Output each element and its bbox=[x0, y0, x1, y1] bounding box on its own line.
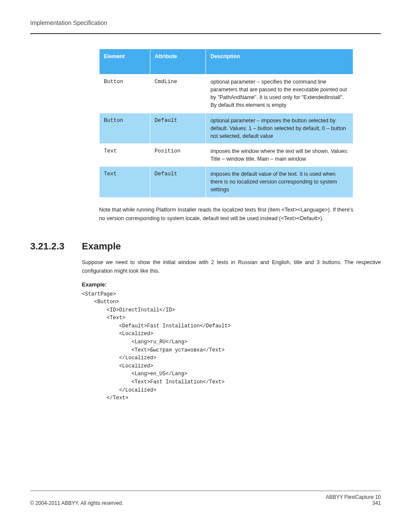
section-number: 3.21.2.3 bbox=[30, 241, 72, 252]
code-block: <StartPage> <Button> <ID>DirectInstall</… bbox=[82, 290, 381, 402]
footer-copyright: © 2004-2011 ABBYY. All rights reserved. bbox=[30, 500, 123, 506]
cell-attribute: Default bbox=[150, 113, 206, 143]
cell-description: imposes the window where the text will b… bbox=[206, 143, 353, 166]
col-header-attribute: Attribute bbox=[150, 49, 206, 75]
example-intro: Suppose we need to show the initial wind… bbox=[82, 258, 381, 275]
col-header-description: Description bbox=[206, 49, 353, 75]
cell-attribute: CmdLine bbox=[150, 75, 206, 113]
footer-product: ABBYY FlexiCapture 10 341 bbox=[326, 494, 381, 506]
example-label: Example: bbox=[82, 281, 381, 288]
section-heading: 3.21.2.3 Example bbox=[30, 241, 381, 252]
footer-page-number: 341 bbox=[326, 500, 381, 506]
cell-element: Button bbox=[100, 75, 150, 113]
footer-product-name: ABBYY FlexiCapture 10 bbox=[326, 494, 381, 500]
cell-element: Text bbox=[100, 167, 150, 197]
col-header-element: Element bbox=[100, 49, 150, 75]
table-row: Button CmdLine optional parameter – spec… bbox=[100, 75, 353, 113]
cell-attribute: Position bbox=[150, 143, 206, 166]
cell-element: Text bbox=[100, 143, 150, 166]
table-row: Button Default optional parameter – impo… bbox=[100, 113, 353, 143]
top-rule bbox=[30, 33, 381, 34]
cell-element: Button bbox=[100, 113, 150, 143]
cell-description: optional parameter – imposes the button … bbox=[206, 113, 353, 143]
attributes-table-wrap: Element Attribute Description Button Cmd… bbox=[99, 49, 353, 198]
cell-description: optional parameter – specifies the comma… bbox=[206, 75, 353, 113]
section-title: Example bbox=[82, 241, 121, 252]
cell-description: imposes the default value of the text. I… bbox=[206, 167, 353, 197]
table-row: Text Default imposes the default value o… bbox=[100, 167, 353, 197]
page: Implementation Specification Element Att… bbox=[0, 0, 411, 532]
table-row: Text Position imposes the window where t… bbox=[100, 143, 353, 166]
attributes-table: Element Attribute Description Button Cmd… bbox=[99, 49, 353, 198]
cell-attribute: Default bbox=[150, 167, 206, 197]
note-paragraph: Note that while running Platform Install… bbox=[99, 205, 353, 223]
running-header: Implementation Specification bbox=[30, 19, 381, 26]
bottom-rule bbox=[30, 491, 381, 491]
table-header-row: Element Attribute Description bbox=[100, 49, 353, 75]
